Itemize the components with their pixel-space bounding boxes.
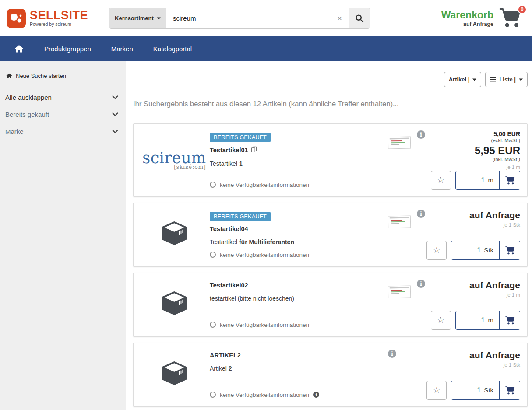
brand-tagline: Powered by scireum <box>30 22 88 27</box>
availability-text: keine Verfügbarkeitsinformationen <box>220 392 309 398</box>
price-per-unit: je 1 Stk <box>469 362 520 368</box>
sidebar-new-search[interactable]: Neue Suche starten <box>0 73 126 79</box>
info-icon[interactable]: i <box>388 350 396 358</box>
copy-icon[interactable] <box>251 146 257 154</box>
results-summary: Ihr Suchergebnis besteht aus diesen 12 A… <box>133 100 528 109</box>
sidebar-item-alle-ausklappen[interactable]: Alle ausklappen <box>0 89 126 106</box>
badge-bereits-gekauft: BEREITS GEKAUFT <box>210 133 271 142</box>
price-excl-note: (exkl. MwSt.) <box>475 138 520 144</box>
availability-text: keine Verfügbarkeitsinformationen <box>220 322 309 328</box>
sidebar-item-bereits-gekauft[interactable]: Bereits gekauft <box>0 106 126 123</box>
sidebar-item-label: Bereits gekauft <box>5 111 49 118</box>
quantity-unit-label: m <box>488 311 500 329</box>
price-on-request: auf Anfrage <box>469 210 520 221</box>
nav-home-button[interactable] <box>14 45 34 53</box>
quantity-unit-label: m <box>488 171 500 189</box>
brand-text: SELLSITE Powered by scireum <box>30 10 88 27</box>
quantity-input[interactable] <box>451 381 484 399</box>
datasheet-thumbnail[interactable] <box>388 137 411 149</box>
nav-item-katalogportal[interactable]: Katalogportal <box>143 45 202 53</box>
chevron-down-icon <box>112 112 118 116</box>
product-actions: ☆Stk <box>388 241 520 260</box>
home-icon <box>14 45 24 53</box>
brand-logo[interactable]: SELLSITE Powered by scireum <box>7 9 88 28</box>
thumbnail-line <box>391 220 402 221</box>
home-icon <box>6 73 12 79</box>
product-image[interactable] <box>139 350 210 400</box>
list-mode-button[interactable]: Liste | <box>485 72 528 87</box>
availability-row: keine Verfügbarkeitsinformationen <box>210 252 388 260</box>
product-image[interactable] <box>139 210 210 260</box>
price-per-unit: je 1 Stk <box>469 222 520 228</box>
favorite-button[interactable]: ☆ <box>431 311 451 330</box>
product-card: BEREITS GEKAUFTTestartikel04Testartikel … <box>133 203 528 267</box>
quantity-input[interactable] <box>456 311 488 329</box>
info-icon[interactable]: i <box>417 280 425 288</box>
quantity-input[interactable] <box>456 171 488 189</box>
availability-text: keine Verfügbarkeitsinformationen <box>220 252 309 258</box>
add-to-cart-button[interactable] <box>499 241 520 259</box>
clear-search-icon[interactable]: × <box>331 8 349 28</box>
thumbnail-line <box>391 291 405 293</box>
product-description: Testartikel 1 <box>210 160 388 167</box>
view-mode-label: Artikel | <box>449 76 470 83</box>
add-to-cart-button[interactable] <box>499 311 520 329</box>
product-image[interactable] <box>139 280 210 330</box>
price-row: i5,00 EUR(exkl. MwSt.)5,95 EUR(inkl. MwS… <box>388 130 520 171</box>
price-block: 5,00 EUR(exkl. MwSt.)5,95 EUR(inkl. MwSt… <box>475 130 520 171</box>
product-title-row: Testartikel01 <box>210 146 388 154</box>
info-icon[interactable]: i <box>313 392 319 398</box>
price-per-unit: je 1 m <box>469 292 520 298</box>
add-to-cart-button[interactable] <box>499 381 520 399</box>
product-title[interactable]: ARTIKEL2 <box>210 352 241 359</box>
product-title[interactable]: Testartikel02 <box>210 282 248 289</box>
nav-item-marken[interactable]: Marken <box>101 45 143 53</box>
search-scope-dropdown[interactable]: Kernsortiment <box>109 8 166 28</box>
info-icon[interactable]: i <box>417 210 425 218</box>
product-description: testartikel (bitte nicht loeschen) <box>210 295 388 302</box>
package-icon <box>160 221 188 248</box>
thumbnail-line <box>390 138 409 140</box>
product-card: scireum[skıʀé:ʊm]BEREITS GEKAUFTTestarti… <box>133 123 528 197</box>
price-on-request: auf Anfrage <box>469 350 520 361</box>
price-incl-note: (inkl. MwSt.) <box>475 157 520 163</box>
product-description: Artikel 2 <box>210 365 388 372</box>
price-block: auf Anfrageje 1 Stk <box>469 350 520 368</box>
product-image[interactable]: scireum[skıʀé:ʊm] <box>139 130 210 190</box>
chevron-down-icon <box>157 17 161 20</box>
thumbnail-line <box>391 293 400 294</box>
datasheet-thumbnail[interactable] <box>388 286 411 298</box>
product-details: BEREITS GEKAUFTTestartikel01Testartikel … <box>210 130 388 190</box>
quantity-input[interactable] <box>451 241 484 259</box>
favorite-button[interactable]: ☆ <box>426 381 447 400</box>
list-icon <box>490 77 496 82</box>
page-body: Neue Suche starten Alle ausklappen Berei… <box>0 61 532 410</box>
product-card: Testartikel02testartikel (bitte nicht lo… <box>133 273 528 337</box>
sidebar-item-marke[interactable]: Marke <box>0 123 126 140</box>
product-info: BEREITS GEKAUFTTestartikel04Testartikel … <box>210 212 388 245</box>
availability-text: keine Verfügbarkeitsinformationen <box>220 182 309 188</box>
product-card: ARTIKEL2Artikel 2keine Verfügbarkeitsinf… <box>133 343 528 407</box>
view-mode-button[interactable]: Artikel | <box>444 72 482 87</box>
package-icon <box>160 361 188 388</box>
cart-count-badge: 0 <box>518 5 527 14</box>
add-to-cart-button[interactable] <box>499 171 520 189</box>
favorite-button[interactable]: ☆ <box>426 241 447 260</box>
cart-icon[interactable]: 0 <box>499 7 523 29</box>
product-title[interactable]: Testartikel04 <box>210 225 248 232</box>
product-details: ARTIKEL2Artikel 2keine Verfügbarkeitsinf… <box>210 350 388 400</box>
availability-row: keine Verfügbarkeitsinformationen <box>210 182 388 190</box>
search-button[interactable] <box>349 8 370 28</box>
description-text: Artikel <box>210 365 229 372</box>
cart-link[interactable]: Warenkorb auf Anfrage 0 <box>441 7 523 29</box>
favorite-button[interactable]: ☆ <box>431 171 451 190</box>
product-title[interactable]: Testartikel01 <box>210 147 248 154</box>
main-navbar: Produktgruppen Marken Katalogportal <box>0 36 532 61</box>
scireum-logo-word: scireum <box>142 151 206 166</box>
search-input[interactable] <box>166 8 331 28</box>
view-toolbar: Artikel | Liste | <box>133 72 528 87</box>
datasheet-thumbnail[interactable] <box>388 216 411 228</box>
info-icon[interactable]: i <box>417 130 425 139</box>
thumbnail-line <box>391 223 400 224</box>
nav-item-produktgruppen[interactable]: Produktgruppen <box>34 45 101 53</box>
